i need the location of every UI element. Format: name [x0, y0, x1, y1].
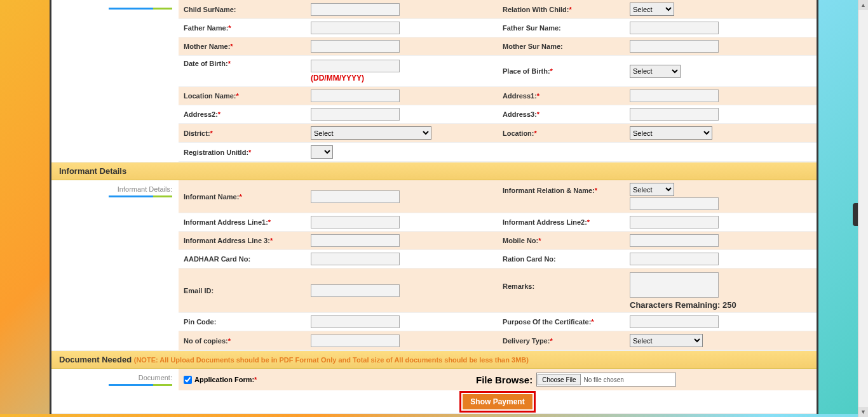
- row-inf-addr2: Informant Address Line2:*: [498, 213, 817, 232]
- label-informant-name: Informant Name:*: [184, 193, 311, 201]
- label-location-name: Location Name:*: [184, 92, 311, 100]
- label-informant-relation: Informant Relation & Name:*: [503, 183, 630, 194]
- scroll-up-icon[interactable]: ▲: [858, 0, 868, 10]
- label-district: District:*: [184, 129, 311, 137]
- select-informant-relation[interactable]: Select: [630, 183, 674, 196]
- label-remarks: Remarks:: [503, 272, 630, 290]
- row-copies: No of copies:*: [179, 331, 498, 350]
- input-address1[interactable]: [630, 89, 719, 102]
- label-reg-unit: Registration UnitId:*: [184, 149, 311, 156]
- row-email: Email ID:: [179, 268, 498, 313]
- file-input[interactable]: Choose File No file chosen: [536, 373, 676, 387]
- char-remaining: Characters Remaining: 250: [630, 300, 811, 310]
- row-relation: Relation With Child:* Select: [498, 0, 817, 19]
- scroll-down-icon[interactable]: ▼: [858, 407, 868, 414]
- row-informant-relation: Informant Relation & Name:* Select: [498, 180, 817, 213]
- row-delivery: Delivery Type:* Select: [498, 331, 817, 350]
- input-informant-relation-name[interactable]: [630, 197, 719, 210]
- label-ration: Ration Card No:: [503, 255, 630, 263]
- input-mother-name[interactable]: [311, 40, 400, 53]
- label-inf-addr3: Informant Address Line 3:*: [184, 237, 311, 244]
- doc-fields: Application Form:* File Browse: Choose F…: [179, 369, 817, 413]
- no-file-text: No file chosen: [581, 376, 624, 383]
- row-pob: Place of Birth:* Select: [498, 56, 817, 87]
- input-aadhaar[interactable]: [311, 253, 400, 265]
- row-inf-addr3: Informant Address Line 3:*: [179, 232, 498, 250]
- label-mother-surname: Mother Sur Name:: [503, 43, 630, 50]
- show-payment-button[interactable]: Show Payment: [463, 394, 532, 409]
- document-header: Document Needed (NOTE: All Upload Docume…: [51, 351, 817, 369]
- select-district[interactable]: Select: [311, 126, 431, 140]
- input-location-name[interactable]: [311, 89, 400, 102]
- doc-side-label: Document:: [139, 374, 172, 381]
- textarea-remarks[interactable]: [630, 272, 719, 298]
- label-email: Email ID:: [184, 287, 311, 295]
- label-inf-addr1: Informant Address Line1:*: [184, 218, 311, 226]
- label-address2: Address2:*: [184, 110, 311, 118]
- row-pin: Pin Code:: [179, 313, 498, 331]
- input-inf-addr1[interactable]: [311, 216, 400, 228]
- label-relation: Relation With Child:*: [503, 6, 630, 13]
- select-location[interactable]: Select: [630, 126, 712, 140]
- checkbox-app-form[interactable]: [184, 376, 192, 384]
- input-copies[interactable]: [311, 334, 400, 347]
- row-mobile: Mobile No:*: [498, 232, 817, 250]
- label-father-name: Father Name:*: [184, 24, 311, 32]
- informant-side-label: Informant Details:: [118, 185, 172, 193]
- input-father-name[interactable]: [311, 22, 400, 34]
- label-delivery: Delivery Type:*: [503, 337, 630, 345]
- input-ration[interactable]: [630, 253, 719, 265]
- row-address3: Address3:*: [498, 105, 817, 124]
- label-app-form: Application Form:*: [194, 376, 257, 383]
- document-section: Document: Application Form:* File Browse…: [51, 369, 817, 414]
- input-informant-name[interactable]: [311, 190, 400, 203]
- label-copies: No of copies:*: [184, 337, 311, 345]
- row-remarks: Remarks: Characters Remaining: 250: [498, 268, 817, 313]
- row-mother-name: Mother Name:*: [179, 37, 498, 56]
- row-district: District:* Select: [179, 124, 498, 143]
- row-father-surname: Father Sur Name:: [498, 19, 817, 37]
- label-address3: Address3:*: [503, 110, 630, 118]
- input-address3[interactable]: [630, 108, 719, 121]
- select-reg-unit[interactable]: [311, 145, 333, 159]
- applicant-section: Child SurName: Relation With Child:* Sel…: [51, 0, 817, 162]
- row-ration: Ration Card No:: [498, 250, 817, 268]
- scroll-track[interactable]: [858, 10, 868, 407]
- page-wrap: Child SurName: Relation With Child:* Sel…: [50, 0, 818, 414]
- select-pob[interactable]: Select: [630, 65, 681, 78]
- input-father-surname[interactable]: [630, 22, 719, 34]
- select-delivery[interactable]: Select: [630, 334, 703, 347]
- label-father-surname: Father Sur Name:: [503, 24, 630, 32]
- row-child-surname: Child SurName:: [179, 0, 498, 19]
- input-dob[interactable]: [311, 60, 400, 72]
- input-email[interactable]: [311, 284, 400, 297]
- label-address1: Address1:*: [503, 92, 630, 100]
- row-purpose: Purpose Of the Certificate:*: [498, 313, 817, 331]
- payment-row: Show Payment: [179, 390, 817, 413]
- input-child-surname[interactable]: [311, 3, 400, 16]
- row-inf-addr1: Informant Address Line1:*: [179, 213, 498, 232]
- input-pin[interactable]: [311, 315, 400, 328]
- input-inf-addr3[interactable]: [311, 234, 400, 247]
- choose-file-button[interactable]: Choose File: [538, 374, 580, 385]
- input-address2[interactable]: [311, 108, 400, 121]
- select-relation[interactable]: Select: [630, 3, 674, 16]
- label-file-browse: File Browse:: [476, 374, 532, 385]
- label-mobile: Mobile No:*: [503, 237, 630, 244]
- input-mobile[interactable]: [630, 234, 719, 247]
- underline-marker-3: [109, 384, 172, 386]
- label-mother-name: Mother Name:*: [184, 43, 311, 50]
- informant-side-col: Informant Details:: [51, 180, 179, 350]
- side-tab-handle[interactable]: [853, 203, 858, 226]
- input-purpose[interactable]: [630, 315, 719, 328]
- label-pob: Place of Birth:*: [503, 67, 630, 75]
- scrollbar[interactable]: ▲ ▼: [858, 0, 868, 414]
- underline-marker: [109, 8, 172, 10]
- doc-row: Application Form:* File Browse: Choose F…: [179, 369, 817, 390]
- input-mother-surname[interactable]: [630, 40, 719, 53]
- row-reg-unit: Registration UnitId:*: [179, 143, 817, 162]
- informant-header: Informant Details: [51, 162, 817, 180]
- row-address1: Address1:*: [498, 87, 817, 105]
- input-inf-addr2[interactable]: [630, 216, 719, 228]
- row-mother-surname: Mother Sur Name:: [498, 37, 817, 56]
